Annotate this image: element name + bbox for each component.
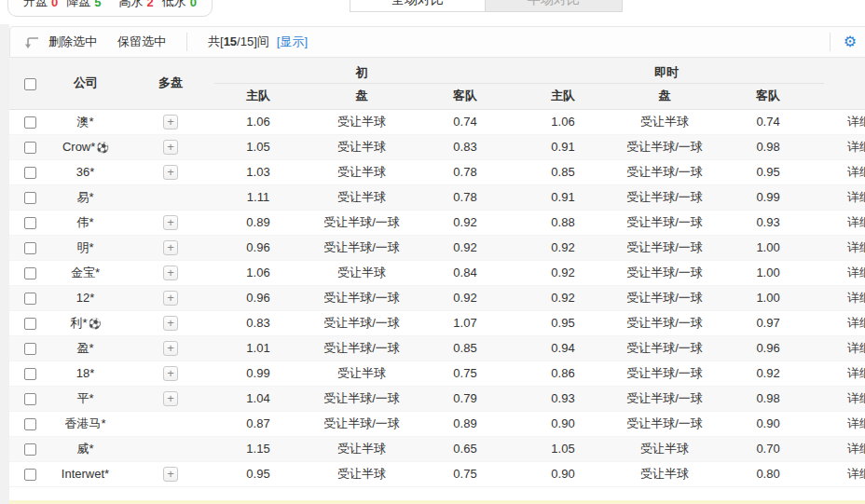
stat-label: 升盘 [23, 0, 48, 10]
live-away-odds: 0.80 [712, 461, 824, 486]
detail-link[interactable]: 详细 [847, 391, 865, 405]
live-handicap: 受让半球/一球 [617, 235, 712, 260]
expand-button[interactable]: + [163, 391, 178, 406]
live-handicap: 受让半球/一球 [617, 260, 712, 285]
open-handicap: 受让半球 [302, 361, 421, 386]
table-row: 香港马* 0.87 受让半球/一球 0.89 0.90 受让半球/一球 0.90… [9, 411, 865, 436]
detail-link[interactable]: 详细 [847, 467, 865, 481]
live-handicap: 受让半球 [617, 436, 712, 461]
detail-link[interactable]: 详细 [847, 341, 865, 355]
expand-button[interactable]: + [163, 140, 178, 155]
row-checkbox[interactable] [24, 343, 36, 355]
open-handicap: 受让半球 [302, 436, 421, 461]
row-checkbox[interactable] [24, 192, 36, 204]
header-live-away: 客队 [712, 83, 824, 109]
row-checkbox[interactable] [24, 267, 36, 279]
company-name: 盈* [76, 341, 93, 355]
expand-button[interactable]: + [163, 240, 178, 255]
row-checkbox[interactable] [24, 167, 36, 179]
open-home-odds: 1.01 [214, 335, 302, 361]
expand-button[interactable]: + [163, 467, 178, 482]
stat-label: 降盘 [66, 0, 90, 10]
open-away-odds: 0.83 [421, 134, 509, 159]
table-row: 伟* + 0.89 受让半球/一球 0.92 0.88 受让半球/一球 0.93… [9, 210, 865, 235]
row-checkbox[interactable] [24, 242, 36, 254]
expand-button[interactable]: + [163, 341, 178, 356]
header-open-home: 主队 [214, 83, 302, 109]
expand-button[interactable]: + [163, 316, 178, 331]
stat-open-down: 降盘 5 [66, 0, 101, 10]
header-group-opening: 初 [214, 58, 509, 83]
row-checkbox[interactable] [24, 217, 36, 229]
expand-button[interactable]: + [163, 215, 178, 230]
live-handicap: 受让半球/一球 [617, 285, 712, 310]
live-away-odds: 0.95 [712, 159, 824, 184]
company-name: 12* [76, 291, 95, 305]
live-away-odds: 0.97 [712, 310, 824, 335]
open-handicap: 受让半球 [302, 184, 421, 210]
delete-selected-button[interactable]: 删除选中 [48, 34, 97, 50]
table-row: Crow*⚽ + 1.05 受让半球 0.83 0.91 受让半球/一球 0.9… [9, 134, 865, 159]
row-checkbox[interactable] [24, 293, 36, 305]
detail-link[interactable]: 详细 [847, 291, 865, 305]
detail-link[interactable]: 详细 [847, 240, 865, 254]
expand-button[interactable]: + [163, 266, 178, 280]
company-name: 伟* [76, 215, 93, 229]
header-live-handicap: 盘 [617, 83, 712, 109]
open-handicap: 受让半球/一球 [302, 310, 421, 335]
open-away-odds: 0.78 [421, 159, 509, 184]
table-row: Interwet* + 0.95 受让半球 0.75 0.90 受让半球 0.8… [9, 461, 865, 486]
open-home-odds: 0.99 [214, 361, 302, 386]
detail-link[interactable]: 详细 [847, 366, 865, 380]
live-home-odds: 0.92 [509, 285, 617, 310]
live-home-odds: 0.88 [509, 210, 617, 235]
row-checkbox[interactable] [24, 142, 36, 154]
live-handicap: 受让半球/一球 [617, 335, 712, 361]
table-row: 12* + 0.96 受让半球/一球 0.92 0.92 受让半球/一球 1.0… [9, 285, 865, 310]
open-home-odds: 0.83 [214, 310, 302, 335]
live-handicap: 受让半球/一球 [617, 310, 712, 335]
settings-gear-icon[interactable]: ⚙ [844, 34, 857, 49]
tab-full-match-compare[interactable]: 全场对比 [350, 0, 485, 12]
row-checkbox[interactable] [24, 418, 36, 430]
live-home-odds: 1.05 [509, 436, 617, 461]
table-row: 明* + 0.96 受让半球/一球 0.92 0.92 受让半球/一球 1.00… [9, 235, 865, 260]
detail-link[interactable]: 详细 [847, 190, 865, 204]
show-link[interactable]: [显示] [277, 34, 308, 50]
open-home-odds: 0.96 [214, 235, 302, 260]
select-all-checkbox[interactable] [24, 78, 36, 90]
open-away-odds: 0.75 [421, 461, 509, 486]
open-handicap: 受让半球 [302, 461, 421, 486]
row-checkbox[interactable] [24, 116, 36, 129]
row-checkbox[interactable] [24, 469, 36, 481]
expand-button[interactable]: + [163, 115, 178, 129]
detail-link[interactable]: 详细 [847, 140, 865, 154]
stat-value: 5 [94, 0, 101, 9]
detail-link[interactable]: 详细 [847, 316, 865, 330]
row-checkbox[interactable] [24, 318, 36, 330]
live-home-odds: 0.93 [509, 386, 617, 411]
open-home-odds: 0.87 [214, 411, 302, 436]
tab-half-match-compare[interactable]: 半场对比 [485, 0, 623, 12]
detail-link[interactable]: 详细 [847, 115, 865, 129]
detail-link[interactable]: 详细 [847, 215, 865, 229]
detail-link[interactable]: 详细 [847, 266, 865, 279]
detail-link[interactable]: 详细 [847, 442, 865, 456]
keep-selected-button[interactable]: 保留选中 [117, 34, 166, 50]
header-detail [824, 58, 865, 109]
detail-link[interactable]: 详细 [847, 416, 865, 430]
row-checkbox[interactable] [24, 393, 36, 405]
stat-value: 0 [190, 0, 197, 9]
live-handicap: 受让半球 [617, 109, 712, 134]
soccer-ball-icon: ⚽ [96, 142, 109, 153]
detail-link[interactable]: 详细 [847, 165, 865, 179]
selection-toolbar: 删除选中 保留选中 共[15/15]间 [显示] ⚙ [9, 26, 865, 58]
row-checkbox[interactable] [24, 368, 36, 380]
expand-button[interactable]: + [163, 291, 178, 306]
table-row: 澳* + 1.06 受让半球 0.74 1.06 受让半球 0.74 详细 [9, 109, 865, 134]
row-checkbox[interactable] [24, 443, 36, 456]
expand-button[interactable]: + [163, 366, 178, 381]
expand-button[interactable]: + [163, 165, 178, 180]
live-home-odds: 0.90 [509, 461, 617, 486]
table-row: 威* 1.15 受让半球 0.65 1.05 受让半球 0.70 详细 [9, 436, 865, 461]
